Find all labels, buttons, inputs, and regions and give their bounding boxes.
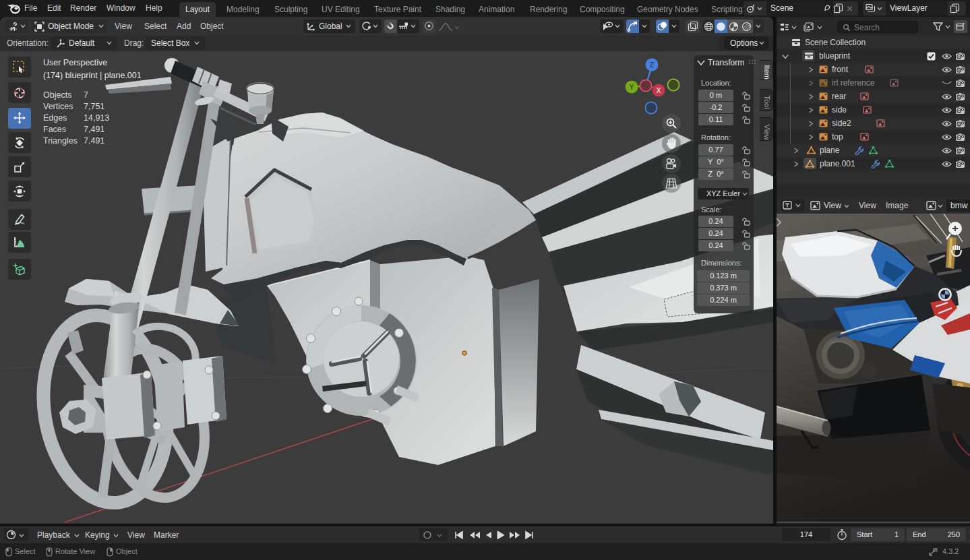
svg-text:Z: Z: [650, 61, 655, 69]
svg-text:Y: Y: [629, 83, 634, 91]
svg-text:X: X: [656, 86, 661, 94]
